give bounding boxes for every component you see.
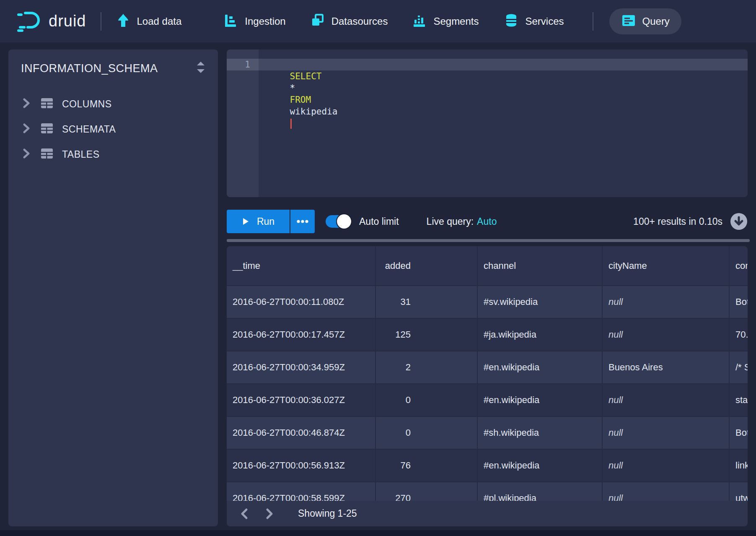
cell-__time[interactable]: 2016-06-27T00:00:36.027Z bbox=[227, 384, 376, 416]
nav-item-segments[interactable]: Segments bbox=[412, 13, 479, 30]
services-icon bbox=[504, 13, 519, 30]
cell-__time[interactable]: 2016-06-27T00:00:34.959Z bbox=[227, 351, 376, 383]
cell-channel[interactable]: #pl.wikipedia bbox=[478, 482, 603, 501]
navbar-separator bbox=[593, 12, 593, 31]
tree-item-label: TABLES bbox=[62, 149, 100, 160]
cell-channel[interactable]: #ja.wikipedia bbox=[478, 319, 603, 351]
nav-item-label: Services bbox=[525, 16, 564, 27]
column-header-channel[interactable]: channel bbox=[478, 246, 603, 285]
cell-comment[interactable]: /* S bbox=[730, 351, 748, 383]
auto-limit-toggle[interactable] bbox=[326, 215, 351, 228]
column-header-added[interactable]: added bbox=[376, 246, 478, 285]
ingestion-icon bbox=[223, 13, 238, 30]
brand-name: druid bbox=[49, 12, 86, 30]
table-row: 2016-06-27T00:00:17.457Z125#ja.wikipedia… bbox=[227, 318, 748, 351]
navbar: druid Load data Ingestion Da bbox=[0, 0, 756, 42]
nav-item-ingestion[interactable]: Ingestion bbox=[223, 13, 285, 30]
tree-item-columns[interactable]: COLUMNS bbox=[8, 91, 218, 117]
sql-table-name: wikipedia bbox=[290, 106, 338, 117]
cell-added[interactable]: 2 bbox=[376, 351, 478, 383]
cell-added[interactable]: 125 bbox=[376, 319, 478, 351]
tree-item-schemata[interactable]: SCHEMATA bbox=[8, 117, 218, 142]
cell-channel[interactable]: #en.wikipedia bbox=[478, 450, 603, 481]
live-query-label: Live query: bbox=[427, 216, 474, 227]
double-caret-vertical-icon[interactable] bbox=[194, 60, 207, 76]
table-row: 2016-06-27T00:00:36.027Z0#en.wikipedianu… bbox=[227, 383, 748, 416]
cell-added[interactable]: 76 bbox=[376, 450, 478, 481]
cell-channel[interactable]: #sv.wikipedia bbox=[478, 286, 603, 318]
cell-comment[interactable]: 70. bbox=[730, 319, 748, 351]
run-toolbar: Run Auto limit Live query:Auto 100+ resu… bbox=[227, 209, 748, 234]
cell-channel[interactable]: #en.wikipedia bbox=[478, 351, 603, 383]
schema-title: INFORMATION_SCHEMA bbox=[21, 62, 194, 75]
run-button[interactable]: Run bbox=[227, 210, 290, 233]
bottom-edge bbox=[0, 530, 756, 536]
toggle-knob bbox=[337, 214, 351, 229]
cell-channel[interactable]: #sh.wikipedia bbox=[478, 417, 603, 449]
panel-resize-handle[interactable] bbox=[227, 239, 750, 242]
cell-__time[interactable]: 2016-06-27T00:00:17.457Z bbox=[227, 319, 376, 351]
cell-__time[interactable]: 2016-06-27T00:00:11.080Z bbox=[227, 286, 376, 318]
segments-icon bbox=[412, 13, 427, 30]
datasources-icon bbox=[310, 13, 325, 30]
tree-item-label: COLUMNS bbox=[62, 99, 112, 110]
download-icon bbox=[730, 213, 748, 230]
table-icon bbox=[40, 148, 54, 161]
chevron-right-icon[interactable] bbox=[22, 98, 31, 110]
cell-cityName[interactable]: null bbox=[603, 286, 730, 318]
cell-added[interactable]: 0 bbox=[376, 384, 478, 416]
column-header-comment[interactable]: comment bbox=[730, 246, 748, 285]
cell-__time[interactable]: 2016-06-27T00:00:56.913Z bbox=[227, 450, 376, 481]
table-icon bbox=[40, 97, 54, 111]
cell-cityName[interactable]: null bbox=[603, 417, 730, 449]
run-button-label: Run bbox=[257, 216, 274, 227]
cell-comment[interactable]: Bot bbox=[730, 417, 748, 449]
nav-item-label: Ingestion bbox=[245, 16, 285, 27]
cell-cityName[interactable]: null bbox=[603, 450, 730, 481]
sql-editor[interactable]: 1 SELECT * FROM wikipedia bbox=[227, 49, 748, 197]
showing-range-label: Showing 1-25 bbox=[298, 508, 357, 519]
query-icon bbox=[621, 13, 636, 30]
table-row: 2016-06-27T00:00:58.599Z270#pl.wikipedia… bbox=[227, 481, 748, 501]
chevron-right-icon[interactable] bbox=[22, 123, 31, 135]
sql-keyword: FROM bbox=[290, 94, 311, 106]
cell-cityName[interactable]: null bbox=[603, 384, 730, 416]
sql-star: * bbox=[290, 82, 295, 94]
column-header-cityName[interactable]: cityName bbox=[603, 246, 730, 285]
cell-channel[interactable]: #en.wikipedia bbox=[478, 384, 603, 416]
sql-query-text[interactable]: SELECT * FROM wikipedia bbox=[269, 59, 337, 70]
druid-logo[interactable]: druid bbox=[16, 9, 86, 34]
results-summary: 100+ results in 0.10s bbox=[633, 216, 722, 227]
cell-comment[interactable]: Bot bbox=[730, 286, 748, 318]
cell-added[interactable]: 270 bbox=[376, 482, 478, 501]
cell-comment[interactable]: link bbox=[730, 450, 748, 481]
cell-comment[interactable]: sta bbox=[730, 384, 748, 416]
nav-item-label: Query bbox=[642, 16, 670, 27]
cell-cityName[interactable]: null bbox=[603, 319, 730, 351]
table-row: 2016-06-27T00:00:11.080Z31#sv.wikipedian… bbox=[227, 285, 748, 318]
nav-item-datasources[interactable]: Datasources bbox=[310, 13, 388, 30]
cell-__time[interactable]: 2016-06-27T00:00:46.874Z bbox=[227, 417, 376, 449]
schema-selector[interactable]: INFORMATION_SCHEMA bbox=[8, 49, 218, 76]
navbar-separator bbox=[101, 12, 101, 31]
live-query-value[interactable]: Auto bbox=[477, 216, 497, 227]
play-icon bbox=[242, 217, 249, 226]
cell-__time[interactable]: 2016-06-27T00:00:58.599Z bbox=[227, 482, 376, 501]
cell-cityName[interactable]: null bbox=[603, 482, 730, 501]
nav-item-query[interactable]: Query bbox=[609, 8, 681, 34]
run-more-button[interactable] bbox=[290, 210, 315, 233]
cell-added[interactable]: 31 bbox=[376, 286, 478, 318]
previous-page-button[interactable] bbox=[236, 505, 253, 522]
download-button[interactable] bbox=[730, 213, 748, 230]
table-row: 2016-06-27T00:00:34.959Z2#en.wikipediaBu… bbox=[227, 351, 748, 383]
live-query: Live query:Auto bbox=[427, 216, 497, 227]
nav-item-load-data[interactable]: Load data bbox=[116, 13, 182, 30]
chevron-right-icon[interactable] bbox=[22, 148, 31, 161]
next-page-button[interactable] bbox=[261, 505, 278, 522]
cell-cityName[interactable]: Buenos Aires bbox=[603, 351, 730, 383]
cell-comment[interactable]: utw bbox=[730, 482, 748, 501]
tree-item-tables[interactable]: TABLES bbox=[8, 142, 218, 167]
column-header-__time[interactable]: __time bbox=[227, 246, 376, 285]
nav-item-services[interactable]: Services bbox=[504, 13, 564, 30]
cell-added[interactable]: 0 bbox=[376, 417, 478, 449]
